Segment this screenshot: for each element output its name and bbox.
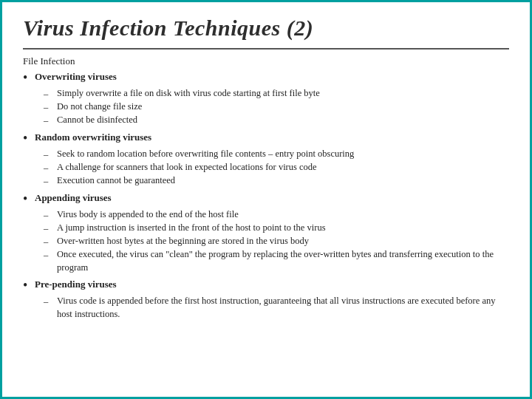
- bullet-label-4: Pre-pending viruses: [35, 278, 117, 292]
- bullet-group-3: •Appending viruses–Virus body is appende…: [23, 191, 509, 274]
- sub-text-2-2: A challenge for scanners that look in ex…: [57, 161, 317, 174]
- bullet-item-3: •Appending viruses: [23, 191, 509, 208]
- bullet-label-1: Overwriting viruses: [35, 70, 117, 84]
- sub-text-1-2: Do not change file size: [57, 100, 142, 114]
- sub-item-2-3: –Execution cannot be guaranteed: [44, 174, 509, 188]
- bullet-dot-3: •: [23, 191, 35, 208]
- sub-dash-icon: –: [44, 295, 57, 308]
- sub-dash-icon: –: [44, 208, 57, 222]
- sub-dash-icon: –: [44, 114, 57, 127]
- divider: [23, 48, 509, 50]
- sub-item-3-4: –Once executed, the virus can "clean" th…: [44, 248, 509, 275]
- bullet-group-4: •Pre-pending viruses–Virus code is appen…: [23, 278, 509, 321]
- slide-title: Virus Infection Techniques (2): [23, 16, 509, 41]
- sub-item-2-2: –A challenge for scanners that look in e…: [44, 161, 509, 174]
- sub-items-2: –Seek to random location before overwrit…: [44, 148, 509, 188]
- sub-text-3-1: Virus body is appended to the end of the…: [57, 208, 239, 222]
- sub-text-4-1: Virus code is appended before the first …: [57, 295, 509, 321]
- sub-dash-icon: –: [44, 100, 57, 114]
- sub-dash-icon: –: [44, 161, 57, 174]
- sub-dash-icon: –: [44, 148, 57, 161]
- sub-item-1-2: –Do not change file size: [44, 100, 509, 114]
- section-label: File Infection: [23, 55, 509, 67]
- bullet-item-2: •Random overwriting viruses: [23, 131, 509, 147]
- bullet-item-4: •Pre-pending viruses: [23, 278, 509, 294]
- bullet-label-3: Appending viruses: [35, 191, 112, 205]
- sub-text-1-1: Simply overwrite a file on disk with vir…: [57, 87, 320, 100]
- sub-text-3-4: Once executed, the virus can "clean" the…: [57, 248, 509, 275]
- sub-item-3-2: –A jump instruction is inserted in the f…: [44, 222, 509, 235]
- sub-items-4: –Virus code is appended before the first…: [44, 295, 509, 321]
- sub-item-4-1: –Virus code is appended before the first…: [44, 295, 509, 321]
- sub-item-2-1: –Seek to random location before overwrit…: [44, 148, 509, 161]
- bullet-label-2: Random overwriting viruses: [35, 131, 151, 145]
- sub-dash-icon: –: [44, 174, 57, 188]
- sub-text-1-3: Cannot be disinfected: [57, 114, 137, 127]
- bullet-dot-4: •: [23, 278, 35, 294]
- slide: Virus Infection Techniques (2) File Infe…: [0, 0, 532, 399]
- sub-items-3: –Virus body is appended to the end of th…: [44, 208, 509, 275]
- sub-text-3-2: A jump instruction is inserted in the fr…: [57, 222, 326, 235]
- sub-item-3-1: –Virus body is appended to the end of th…: [44, 208, 509, 222]
- bullet-group-1: •Overwriting viruses–Simply overwrite a …: [23, 70, 509, 127]
- bullet-dot-2: •: [23, 131, 35, 147]
- bullet-group-2: •Random overwriting viruses–Seek to rand…: [23, 131, 509, 188]
- sub-item-3-3: –Over-written host bytes at the beginnin…: [44, 235, 509, 248]
- sub-text-2-1: Seek to random location before overwriti…: [57, 148, 354, 161]
- sub-text-2-3: Execution cannot be guaranteed: [57, 174, 175, 188]
- content-area: •Overwriting viruses–Simply overwrite a …: [23, 70, 509, 321]
- sub-dash-icon: –: [44, 87, 57, 100]
- bullet-dot-1: •: [23, 70, 35, 86]
- sub-dash-icon: –: [44, 222, 57, 235]
- sub-items-1: –Simply overwrite a file on disk with vi…: [44, 87, 509, 127]
- sub-item-1-3: –Cannot be disinfected: [44, 114, 509, 127]
- sub-dash-icon: –: [44, 235, 57, 248]
- bullet-item-1: •Overwriting viruses: [23, 70, 509, 86]
- sub-item-1-1: –Simply overwrite a file on disk with vi…: [44, 87, 509, 100]
- sub-text-3-3: Over-written host bytes at the beginning…: [57, 235, 309, 248]
- sub-dash-icon: –: [44, 248, 57, 262]
